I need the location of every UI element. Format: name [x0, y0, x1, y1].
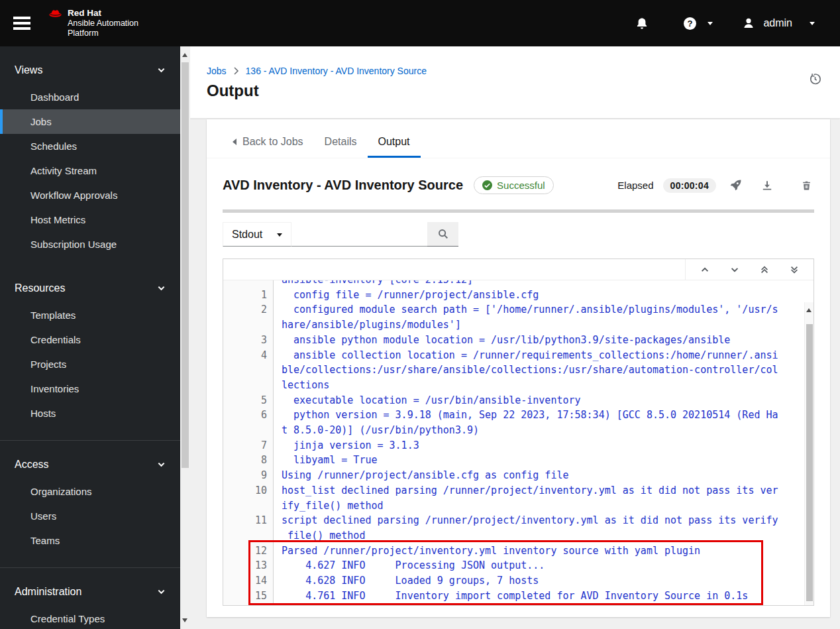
log-line-text: 4.761 INFO Inventory import completed fo… [273, 589, 782, 604]
sidebar-item-organizations[interactable]: Organizations [0, 479, 180, 504]
log-line-number[interactable]: 10 [223, 483, 273, 513]
log-line: ansible-inventory [core 2.15.12] [223, 280, 814, 288]
back-to-jobs-tab[interactable]: Back to Jobs [223, 130, 314, 158]
log-scrollbar-thumb[interactable] [806, 324, 813, 601]
sidebar-item-templates[interactable]: Templates [0, 303, 180, 327]
angle-left-icon [229, 139, 236, 145]
scroll-to-top-button[interactable] [760, 265, 769, 274]
scroll-down-arrow-icon[interactable] [182, 618, 187, 625]
breadcrumb-jobs-link[interactable]: Jobs [207, 66, 227, 76]
log-line-text: 4.627 INFO Processing JSON output... [273, 558, 782, 573]
log-line-text: python version = 3.9.18 (main, Sep 22 20… [273, 408, 782, 437]
breadcrumb: Jobs 136 - AVD Inventory - AVD Inventory… [190, 46, 840, 76]
delete-button[interactable] [802, 180, 812, 191]
log-line-text: host_list declined parsing /runner/proje… [273, 483, 782, 513]
search-input[interactable] [291, 222, 427, 247]
log-line-text: libyaml = True [273, 453, 782, 468]
log-line: 13 4.627 INFO Processing JSON output... [223, 558, 814, 573]
log-line: 14 4.628 INFO Loaded 9 groups, 7 hosts [223, 573, 814, 589]
tabs: Back to Jobs Details Output [207, 119, 830, 158]
help-button[interactable]: ? [683, 17, 697, 30]
history-icon [809, 73, 821, 86]
sidebar-item-activity-stream[interactable]: Activity Stream [0, 158, 180, 183]
chevron-down-icon [157, 587, 166, 596]
chevron-down-icon [157, 66, 166, 74]
log-line-number[interactable]: 9 [223, 468, 273, 483]
log-line-number[interactable]: 5 [223, 393, 273, 408]
output-filter-select[interactable]: Stdout [223, 222, 291, 247]
log-line-number[interactable]: 13 [223, 558, 273, 573]
sidebar-item-teams[interactable]: Teams [0, 528, 180, 553]
download-icon [762, 180, 772, 191]
sidebar-item-jobs[interactable]: Jobs [0, 109, 180, 134]
sidebar-section-toggle[interactable]: Views [0, 64, 180, 76]
log-line-number[interactable] [223, 280, 273, 288]
log-line-number[interactable]: 1 [223, 288, 273, 303]
sidebar-section-toggle[interactable]: Administration [0, 585, 180, 598]
log-line-number[interactable]: 3 [223, 333, 273, 348]
svg-text:?: ? [688, 18, 693, 28]
log-scrollbar[interactable] [804, 302, 814, 605]
log-line-text: Parsed /runner/project/inventory.yml inv… [273, 543, 782, 559]
sidebar-section-toggle[interactable]: Resources [0, 282, 180, 294]
breadcrumb-job-link[interactable]: 136 - AVD Inventory - AVD Inventory Sour… [246, 66, 427, 76]
download-button[interactable] [762, 180, 772, 191]
page-title: Output [207, 82, 840, 100]
sidebar-section-toggle[interactable]: Access [0, 458, 180, 471]
log-line-text: ansible python module location = /usr/li… [273, 333, 782, 348]
log-line: 12 Parsed /runner/project/inventory.yml … [223, 543, 814, 559]
sidebar-scrollbar-thumb[interactable] [182, 62, 189, 468]
log-line: 15 4.761 INFO Inventory import completed… [223, 589, 814, 604]
redhat-logo-icon [48, 8, 63, 19]
tab-output[interactable]: Output [368, 130, 421, 158]
bell-icon [635, 17, 649, 30]
angle-right-icon [233, 67, 239, 75]
sidebar-item-users[interactable]: Users [0, 504, 180, 528]
sidebar-scrollbar[interactable] [180, 46, 190, 629]
menu-icon[interactable] [13, 17, 30, 30]
log-line-number[interactable]: 8 [223, 453, 273, 468]
chevron-down-icon [730, 265, 739, 274]
caret-down-icon [810, 22, 815, 28]
sidebar-item-dashboard[interactable]: Dashboard [0, 85, 180, 109]
log-line-text: ansible collection location = /runner/re… [273, 348, 782, 393]
log-line-text: config file = /runner/project/ansible.cf… [273, 288, 782, 303]
log-line-number[interactable]: 14 [223, 573, 273, 589]
log-line-number[interactable]: 7 [223, 438, 273, 453]
sidebar-item-credentials[interactable]: Credentials [0, 327, 180, 352]
log-line-number[interactable]: 15 [223, 589, 273, 604]
sidebar: Views DashboardJobsSchedulesActivity Str… [0, 46, 180, 629]
log-line: 2 configured module search path = ['/hom… [223, 302, 814, 332]
sidebar-item-credential-types[interactable]: Credential Types [0, 606, 180, 629]
elapsed-label: Elapsed [617, 180, 653, 191]
relaunch-button[interactable] [730, 180, 741, 191]
scroll-up-arrow-icon[interactable] [182, 50, 187, 57]
user-menu[interactable]: admin [742, 17, 815, 30]
scroll-up-arrow-icon[interactable] [806, 306, 812, 312]
log-line-number[interactable]: 4 [223, 348, 273, 393]
history-button[interactable] [809, 73, 821, 86]
sidebar-item-schedules[interactable]: Schedules [0, 134, 180, 158]
next-match-button[interactable] [730, 265, 739, 274]
log-line-number[interactable]: 6 [223, 408, 273, 437]
notifications-button[interactable] [635, 17, 649, 30]
scroll-to-bottom-button[interactable] [790, 265, 799, 274]
brand-logo: Red Hat Ansible Automation Platform [48, 8, 138, 38]
sidebar-item-hosts[interactable]: Hosts [0, 401, 180, 426]
sidebar-item-projects[interactable]: Projects [0, 352, 180, 376]
search-button[interactable] [427, 222, 458, 247]
help-menu-toggle[interactable] [708, 19, 713, 28]
sidebar-item-inventories[interactable]: Inventories [0, 376, 180, 401]
tab-details[interactable]: Details [314, 130, 368, 158]
log-line-number[interactable]: 2 [223, 302, 273, 332]
log-line-number[interactable]: 12 [223, 543, 273, 559]
log-line-number[interactable]: 11 [223, 513, 273, 543]
previous-match-button[interactable] [700, 265, 709, 274]
sidebar-item-workflow-approvals[interactable]: Workflow Approvals [0, 183, 180, 207]
trash-icon [802, 180, 812, 191]
log-line: 9 Using /runner/project/ansible.cfg as c… [223, 468, 814, 483]
sidebar-item-host-metrics[interactable]: Host Metrics [0, 207, 180, 232]
sidebar-item-subscription-usage[interactable]: Subscription Usage [0, 232, 180, 257]
sidebar-section-access: Access OrganizationsUsersTeams [0, 440, 180, 561]
log-line: 6 python version = 3.9.18 (main, Sep 22 … [223, 408, 814, 437]
